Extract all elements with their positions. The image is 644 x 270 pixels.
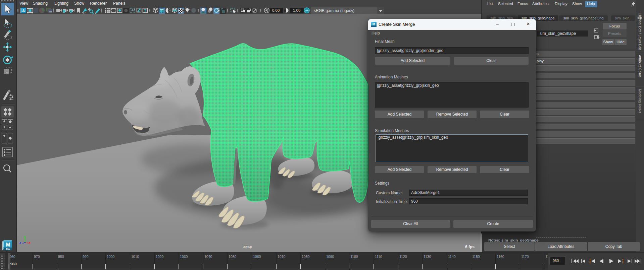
svg-text:0.00: 0.00	[272, 8, 280, 12]
svg-text:z: z	[19, 241, 21, 245]
svg-text:ON: ON	[305, 9, 309, 12]
svg-text:y: y	[24, 235, 26, 239]
svg-text:A: A	[22, 9, 25, 13]
svg-text:M: M	[373, 22, 375, 26]
svg-text:x: x	[29, 241, 31, 245]
svg-text:T: T	[144, 9, 146, 13]
svg-text:M: M	[6, 242, 10, 248]
svg-text:1.00: 1.00	[293, 8, 300, 12]
svg-text:AYA: AYA	[6, 248, 10, 250]
svg-text:sRGB gamma (legacy): sRGB gamma (legacy)	[314, 8, 354, 13]
